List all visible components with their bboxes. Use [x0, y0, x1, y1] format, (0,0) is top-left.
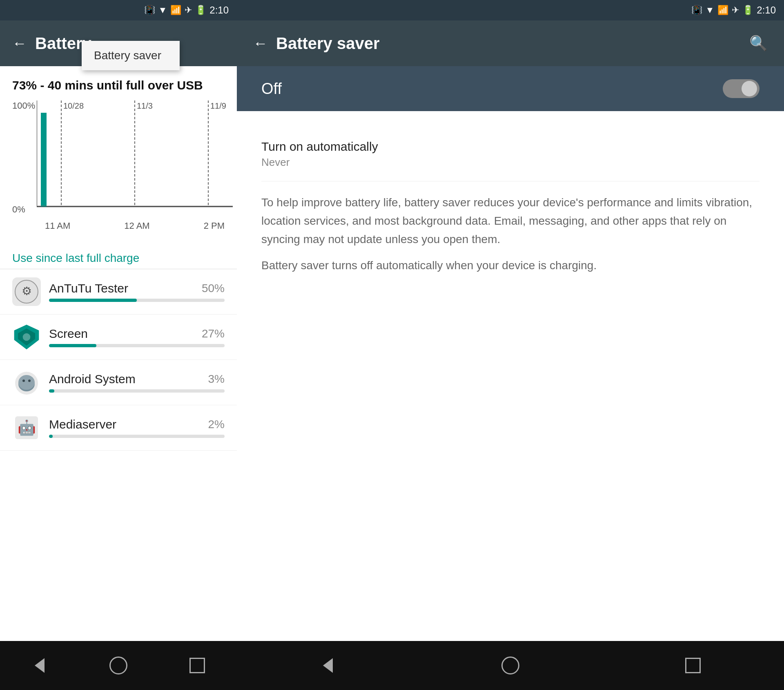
airplane-icon: ✈ — [185, 5, 192, 16]
vibrate-icon: 📳 — [144, 5, 155, 16]
right-status-bar: 📳 ▼ 📶 ✈ 🔋 2:10 — [237, 0, 784, 20]
mediaserver-percent: 2% — [208, 418, 225, 431]
setting-auto-title: Turn on automatically — [261, 140, 760, 154]
list-item[interactable]: Android System 3% — [0, 360, 237, 405]
svg-point-15 — [23, 333, 31, 341]
screen-icon — [12, 323, 41, 351]
antutu-fill — [49, 299, 137, 302]
toggle-label: Off — [261, 80, 282, 98]
mediaserver-name-row: Mediaserver 2% — [49, 418, 225, 431]
mediaserver-track — [49, 435, 225, 438]
svg-marker-24 — [323, 658, 333, 673]
right-app-title: Battery saver — [276, 34, 741, 53]
svg-text:10/28: 10/28 — [63, 101, 84, 110]
svg-rect-9 — [41, 113, 47, 207]
left-status-bar: 📳 ▼ 📶 ✈ 🔋 2:10 — [0, 0, 237, 20]
right-time: 2:10 — [757, 4, 776, 16]
left-nav-bar — [0, 641, 237, 690]
right-panel: 📳 ▼ 📶 ✈ 🔋 2:10 ← Battery saver 🔍 Off Tur… — [237, 0, 784, 690]
chart-y-top: 100% — [12, 100, 35, 111]
right-nav-home[interactable] — [494, 649, 527, 682]
right-battery-icon: 🔋 — [742, 5, 753, 16]
antutu-info: AnTuTu Tester 50% — [49, 281, 225, 302]
right-status-icons: 📳 ▼ 📶 ✈ 🔋 2:10 — [691, 4, 776, 16]
battery-saver-description: To help improve battery life, battery sa… — [261, 181, 760, 275]
android-system-percent: 3% — [208, 373, 225, 386]
battery-saver-toggle-row[interactable]: Off — [237, 66, 784, 111]
svg-text:🤖: 🤖 — [18, 419, 36, 436]
right-nav-bar — [237, 641, 784, 690]
right-back-button[interactable]: ← — [253, 35, 268, 52]
svg-marker-23 — [35, 658, 45, 673]
antutu-name-row: AnTuTu Tester 50% — [49, 281, 225, 295]
svg-point-18 — [18, 375, 35, 390]
left-nav-recents[interactable] — [181, 649, 214, 682]
right-nav-recents[interactable] — [677, 649, 709, 682]
description-p1: To help improve battery life, battery sa… — [261, 194, 760, 248]
battery-chart-svg: 10/28 11/3 11/9 — [37, 100, 233, 219]
dropdown-battery-saver[interactable]: Battery saver — [94, 49, 161, 62]
antutu-percent: 50% — [202, 282, 225, 295]
right-nav-back[interactable] — [312, 649, 344, 682]
screen-track — [49, 344, 225, 347]
setting-item-auto[interactable]: Turn on automatically Never — [261, 127, 760, 181]
use-since-label: Use since last full charge — [0, 243, 237, 269]
antutu-name: AnTuTu Tester — [49, 281, 128, 295]
svg-text:11/3: 11/3 — [137, 101, 153, 110]
android-system-info: Android System 3% — [49, 372, 225, 393]
chart-y-bottom: 0% — [12, 204, 35, 215]
wifi-icon: ▼ — [158, 5, 167, 16]
list-item[interactable]: Screen 27% — [0, 315, 237, 360]
battery-saver-settings: Turn on automatically Never To help impr… — [237, 111, 784, 641]
left-panel: 📳 ▼ 📶 ✈ 🔋 2:10 ← Battery Battery saver 7… — [0, 0, 237, 690]
right-app-bar: ← Battery saver 🔍 — [237, 20, 784, 66]
chart-x-12am: 12 AM — [124, 221, 149, 231]
screen-percent: 27% — [202, 327, 225, 340]
toggle-switch[interactable] — [723, 79, 760, 98]
screen-info: Screen 27% — [49, 327, 225, 347]
screen-fill — [49, 344, 96, 347]
left-app-bar: ← Battery Battery saver — [0, 20, 237, 66]
setting-auto-subtitle: Never — [261, 156, 760, 169]
left-nav-back[interactable] — [23, 649, 56, 682]
battery-icon: 🔋 — [195, 5, 206, 16]
battery-chart: 100% 0% 10/28 11/3 11/9 11 AM 12 AM 2 PM — [0, 96, 237, 243]
search-icon[interactable]: 🔍 — [749, 35, 768, 52]
svg-point-20 — [28, 380, 31, 382]
app-usage-list: ⚙ AnTuTu Tester 50% — [0, 269, 237, 641]
left-time: 2:10 — [209, 4, 229, 16]
mediaserver-name: Mediaserver — [49, 418, 116, 431]
right-vibrate-icon: 📳 — [691, 5, 702, 16]
signal-icon: 📶 — [170, 5, 181, 16]
mediaserver-info: Mediaserver 2% — [49, 418, 225, 438]
mediaserver-fill — [49, 435, 53, 438]
svg-point-19 — [22, 380, 25, 382]
android-system-icon — [12, 368, 41, 397]
screen-name: Screen — [49, 327, 88, 341]
android-system-fill — [49, 389, 54, 393]
left-status-icons: 📳 ▼ 📶 ✈ 🔋 2:10 — [144, 4, 229, 16]
chart-x-labels: 11 AM 12 AM 2 PM — [45, 219, 225, 231]
right-wifi-icon: ▼ — [706, 5, 715, 16]
chart-x-2pm: 2 PM — [204, 221, 225, 231]
dropdown-popup[interactable]: Battery saver — [82, 41, 180, 70]
description-p2: Battery saver turns off automatically wh… — [261, 257, 760, 275]
toggle-thumb — [742, 81, 757, 96]
list-item[interactable]: 🤖 Mediaserver 2% — [0, 405, 237, 451]
right-airplane-icon: ✈ — [732, 5, 739, 16]
left-back-button[interactable]: ← — [12, 35, 27, 52]
list-item[interactable]: ⚙ AnTuTu Tester 50% — [0, 269, 237, 315]
android-system-name: Android System — [49, 372, 136, 386]
screen-name-row: Screen 27% — [49, 327, 225, 341]
svg-text:⚙: ⚙ — [22, 285, 32, 297]
android-system-track — [49, 389, 225, 393]
battery-status-text: 73% - 40 mins until full over USB — [0, 66, 237, 96]
antutu-track — [49, 299, 225, 302]
chart-y-labels: 100% 0% — [12, 100, 35, 215]
left-nav-home[interactable] — [102, 649, 135, 682]
right-signal-icon: 📶 — [717, 5, 728, 16]
svg-text:11/9: 11/9 — [210, 101, 226, 110]
mediaserver-icon: 🤖 — [12, 413, 41, 442]
antutu-icon: ⚙ — [12, 277, 41, 306]
chart-x-11am: 11 AM — [45, 221, 70, 231]
